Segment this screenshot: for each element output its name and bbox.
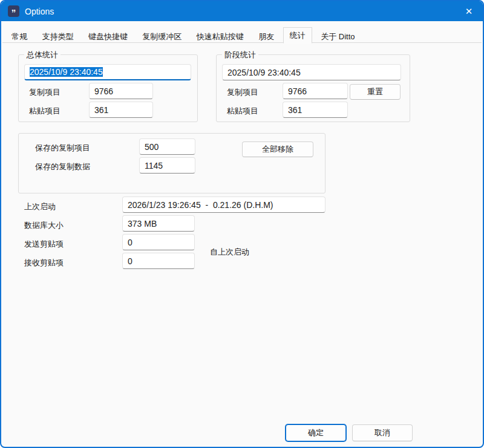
tab-friends[interactable]: 朋友	[252, 30, 280, 44]
ok-button[interactable]: 确定	[286, 424, 346, 441]
last-start-label: 上次启动	[24, 201, 56, 212]
tab-quick-paste-keys[interactable]: 快速粘贴按键	[191, 30, 250, 44]
overall-paste-items-label: 粘贴项目	[29, 106, 60, 117]
tab-stats[interactable]: 统计	[283, 27, 312, 44]
stage-paste-items-input[interactable]	[283, 102, 348, 118]
stage-copy-items-label: 复制项目	[227, 87, 258, 98]
ditto-app-icon: ”	[8, 5, 19, 17]
close-icon[interactable]: ✕	[455, 1, 483, 21]
stage-stats-group-title: 阶段统计	[222, 50, 258, 60]
clips-received-input[interactable]	[122, 253, 195, 269]
saved-copy-items-input[interactable]	[139, 138, 195, 155]
overall-copy-items-label: 复制项目	[29, 87, 60, 98]
tab-keyboard-shortcuts[interactable]: 键盘快捷键	[82, 30, 134, 44]
reset-button[interactable]: 重置	[350, 84, 401, 100]
tab-supported-types[interactable]: 支持类型	[36, 30, 79, 44]
last-start-input[interactable]	[122, 196, 325, 213]
stage-copy-items-input[interactable]	[283, 83, 348, 99]
window-title: Options	[25, 7, 54, 16]
titlebar[interactable]: ” Options ✕	[1, 1, 483, 21]
stage-paste-items-label: 粘贴项目	[227, 106, 258, 117]
saved-copy-data-input[interactable]	[139, 157, 195, 174]
tab-about-ditto[interactable]: 关于 Ditto	[315, 30, 361, 44]
db-size-label: 数据库大小	[24, 220, 64, 231]
cancel-button[interactable]: 取消	[352, 424, 413, 441]
since-last-start-label: 自上次启动	[210, 247, 249, 258]
overall-paste-items-input[interactable]	[89, 102, 153, 118]
clips-received-label: 接收剪贴项	[24, 258, 64, 268]
tab-copy-buffers[interactable]: 复制缓冲区	[136, 30, 188, 44]
overall-copy-items-input[interactable]	[89, 83, 153, 99]
overall-start-date-input[interactable]: 2025/10/9 23:40:45	[24, 64, 191, 80]
overall-stats-group-title: 总体统计	[24, 50, 60, 60]
tab-strip: 常规 支持类型 键盘快捷键 复制缓冲区 快速粘贴按键 朋友 统计 关于 Ditt…	[2, 27, 482, 43]
stage-start-date-input[interactable]	[222, 64, 401, 80]
tab-general[interactable]: 常规	[5, 30, 33, 44]
remove-all-button[interactable]: 全部移除	[242, 141, 313, 157]
saved-copy-items-label: 保存的复制项目	[35, 143, 90, 154]
options-dialog: ” Options ✕ 常规 支持类型 键盘快捷键 复制缓冲区 快速粘贴按键 朋…	[0, 0, 484, 448]
clips-sent-input[interactable]	[122, 234, 195, 250]
db-size-input[interactable]	[122, 215, 195, 232]
overall-start-date-selected-text: 2025/10/9 23:40:45	[30, 67, 103, 77]
saved-copy-data-label: 保存的复制数据	[35, 161, 90, 172]
clips-sent-label: 发送剪贴项	[24, 239, 64, 250]
